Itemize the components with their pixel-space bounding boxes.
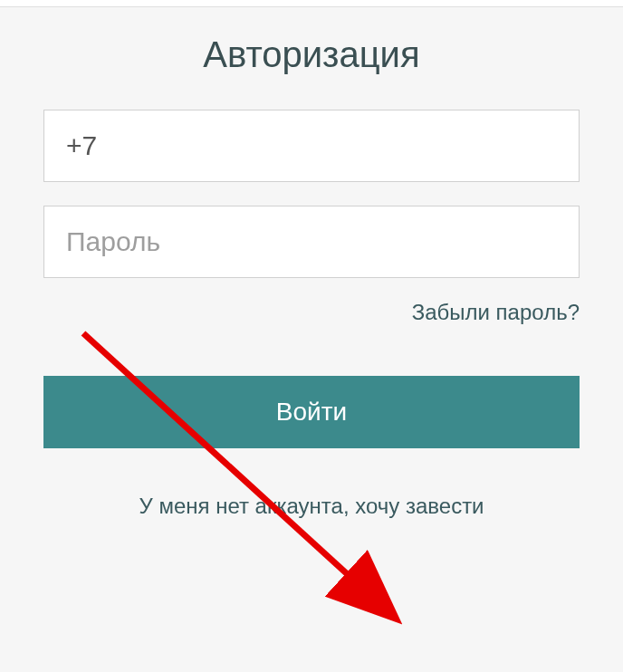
forgot-password-link[interactable]: Забыли пароль? [412,300,580,324]
annotation-arrow-icon [76,326,438,652]
phone-input[interactable] [43,110,580,182]
register-container: У меня нет аккаунта, хочу завести [43,494,580,519]
page-title: Авторизация [43,34,580,75]
forgot-password-container: Забыли пароль? [43,300,580,325]
password-input[interactable] [43,206,580,278]
register-link[interactable]: У меня нет аккаунта, хочу завести [139,494,484,518]
login-button[interactable]: Войти [43,376,580,448]
top-bar [0,0,623,7]
login-form-container: Авторизация Забыли пароль? Войти У меня … [0,7,623,672]
